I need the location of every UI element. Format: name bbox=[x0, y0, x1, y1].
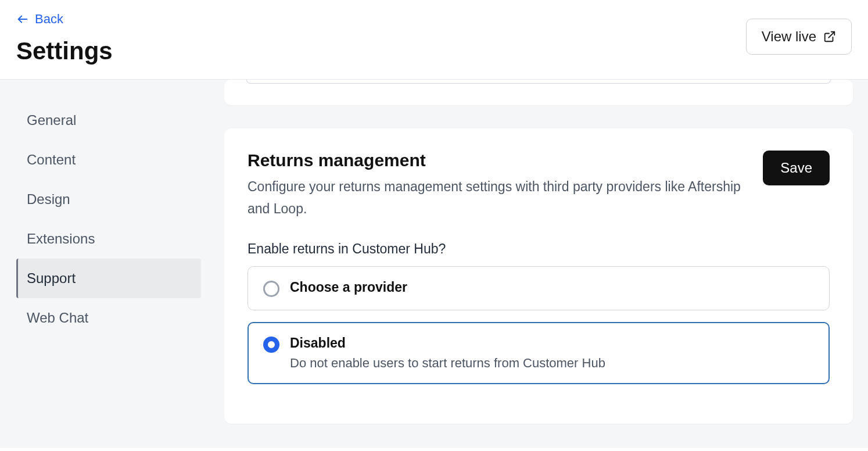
sidebar-item-label: Support bbox=[27, 270, 76, 286]
settings-sidebar: General Content Design Extensions Suppor… bbox=[0, 80, 209, 448]
external-link-icon bbox=[823, 30, 836, 43]
previous-card-edge bbox=[224, 80, 853, 105]
sidebar-item-label: Content bbox=[27, 152, 76, 167]
view-live-label: View live bbox=[762, 28, 816, 45]
sidebar-item-content[interactable]: Content bbox=[16, 140, 201, 180]
back-label: Back bbox=[35, 12, 63, 27]
radio-title: Choose a provider bbox=[290, 280, 407, 295]
sidebar-item-web-chat[interactable]: Web Chat bbox=[16, 298, 201, 338]
radio-title: Disabled bbox=[290, 335, 605, 351]
card-header-text: Returns management Configure your return… bbox=[248, 151, 745, 220]
sidebar-item-general[interactable]: General bbox=[16, 101, 201, 140]
view-live-button[interactable]: View live bbox=[746, 19, 852, 55]
radio-description: Do not enable users to start returns fro… bbox=[290, 356, 605, 371]
card-header: Returns management Configure your return… bbox=[248, 151, 830, 220]
sidebar-item-label: General bbox=[27, 112, 76, 128]
returns-management-card: Returns management Configure your return… bbox=[224, 128, 853, 424]
save-button[interactable]: Save bbox=[763, 151, 830, 185]
main-content: Returns management Configure your return… bbox=[209, 80, 868, 448]
radio-option-disabled[interactable]: Disabled Do not enable users to start re… bbox=[248, 322, 830, 384]
radio-text: Choose a provider bbox=[290, 280, 407, 295]
radio-icon bbox=[263, 281, 279, 297]
sidebar-item-design[interactable]: Design bbox=[16, 180, 201, 219]
enable-returns-label: Enable returns in Customer Hub? bbox=[248, 241, 830, 257]
page-title: Settings bbox=[16, 37, 113, 65]
card-title: Returns management bbox=[248, 151, 745, 170]
sidebar-item-extensions[interactable]: Extensions bbox=[16, 219, 201, 259]
card-description: Configure your returns management settin… bbox=[248, 176, 745, 220]
sidebar-item-label: Design bbox=[27, 191, 70, 207]
radio-icon bbox=[263, 337, 279, 353]
radio-option-choose-provider[interactable]: Choose a provider bbox=[248, 266, 830, 310]
header-left: Back Settings bbox=[16, 12, 113, 65]
svg-line-1 bbox=[828, 32, 834, 38]
sidebar-item-label: Extensions bbox=[27, 231, 95, 246]
page-header: Back Settings View live bbox=[0, 0, 868, 80]
radio-text: Disabled Do not enable users to start re… bbox=[290, 335, 605, 371]
arrow-left-icon bbox=[16, 13, 29, 26]
back-link[interactable]: Back bbox=[16, 12, 63, 27]
sidebar-item-label: Web Chat bbox=[27, 310, 88, 325]
page-body: General Content Design Extensions Suppor… bbox=[0, 80, 868, 448]
sidebar-item-support[interactable]: Support bbox=[16, 259, 201, 298]
